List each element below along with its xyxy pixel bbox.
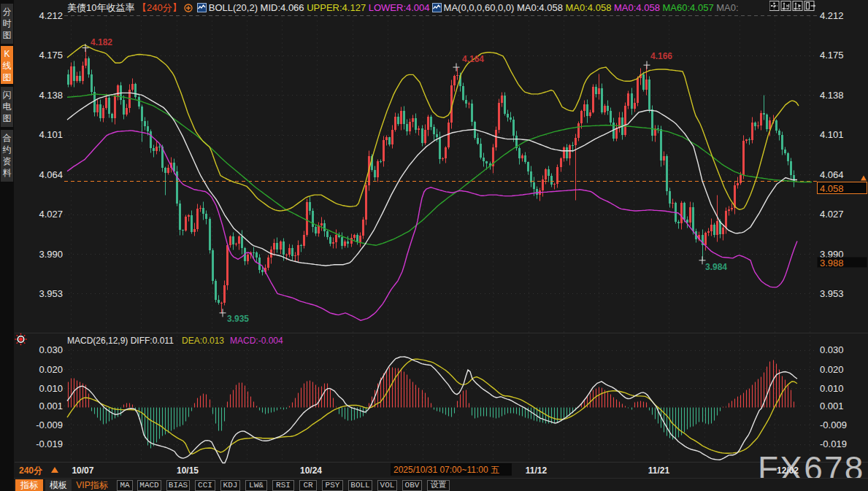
svg-text:3.953: 3.953 xyxy=(820,288,844,299)
svg-text:10/15: 10/15 xyxy=(177,465,199,476)
svg-text:4.027: 4.027 xyxy=(39,209,63,220)
svg-text:11/21: 11/21 xyxy=(648,465,670,476)
svg-text:4.101: 4.101 xyxy=(39,129,63,140)
svg-text:-0.019: -0.019 xyxy=(820,438,847,449)
svg-text:4.064: 4.064 xyxy=(820,169,844,180)
svg-text:2025/10/31 07:00~11:00 五: 2025/10/31 07:00~11:00 五 xyxy=(393,465,499,475)
svg-text:12/02: 12/02 xyxy=(777,465,799,476)
svg-text:3.953: 3.953 xyxy=(39,288,63,299)
svg-text:4.101: 4.101 xyxy=(820,129,844,140)
svg-text:4.058: 4.058 xyxy=(820,183,844,194)
svg-text:0.010: 0.010 xyxy=(820,383,844,394)
svg-text:0.020: 0.020 xyxy=(820,364,844,375)
svg-text:0.030: 0.030 xyxy=(39,344,63,355)
svg-text:0.001: 0.001 xyxy=(820,401,844,411)
svg-text:DEA:0.013: DEA:0.013 xyxy=(182,336,224,346)
svg-text:4.064: 4.064 xyxy=(39,169,63,180)
svg-text:0.001: 0.001 xyxy=(39,401,63,411)
svg-text:0.030: 0.030 xyxy=(820,344,844,355)
svg-text:0.010: 0.010 xyxy=(39,383,63,394)
svg-text:4.182: 4.182 xyxy=(91,37,112,47)
svg-text:-0.019: -0.019 xyxy=(36,438,63,449)
svg-text:4.164: 4.164 xyxy=(462,54,484,64)
svg-text:240分: 240分 xyxy=(19,465,43,476)
svg-text:4.138: 4.138 xyxy=(820,90,844,101)
svg-text:3.935: 3.935 xyxy=(227,314,249,324)
svg-text:10/24: 10/24 xyxy=(300,465,322,476)
svg-text:0.020: 0.020 xyxy=(39,364,63,375)
svg-text:4.138: 4.138 xyxy=(39,90,63,101)
svg-text:-0.009: -0.009 xyxy=(36,420,63,430)
svg-text:-0.009: -0.009 xyxy=(820,420,847,430)
svg-text:3.990: 3.990 xyxy=(39,249,63,260)
svg-text:10/07: 10/07 xyxy=(72,465,93,476)
svg-text:3.988: 3.988 xyxy=(820,258,844,268)
svg-text:4.166: 4.166 xyxy=(650,51,672,61)
svg-text:MACD:-0.004: MACD:-0.004 xyxy=(230,336,283,346)
svg-text:4.175: 4.175 xyxy=(39,50,63,61)
svg-text:3.984: 3.984 xyxy=(705,262,727,272)
svg-text:4.212: 4.212 xyxy=(820,10,844,21)
svg-text:11/12: 11/12 xyxy=(526,465,548,476)
svg-text:MACD(26,12,9) DIFF:0.011: MACD(26,12,9) DIFF:0.011 xyxy=(67,336,174,346)
svg-text:4.175: 4.175 xyxy=(820,50,844,61)
svg-text:4.027: 4.027 xyxy=(820,209,844,220)
svg-text:4.212: 4.212 xyxy=(39,10,63,21)
